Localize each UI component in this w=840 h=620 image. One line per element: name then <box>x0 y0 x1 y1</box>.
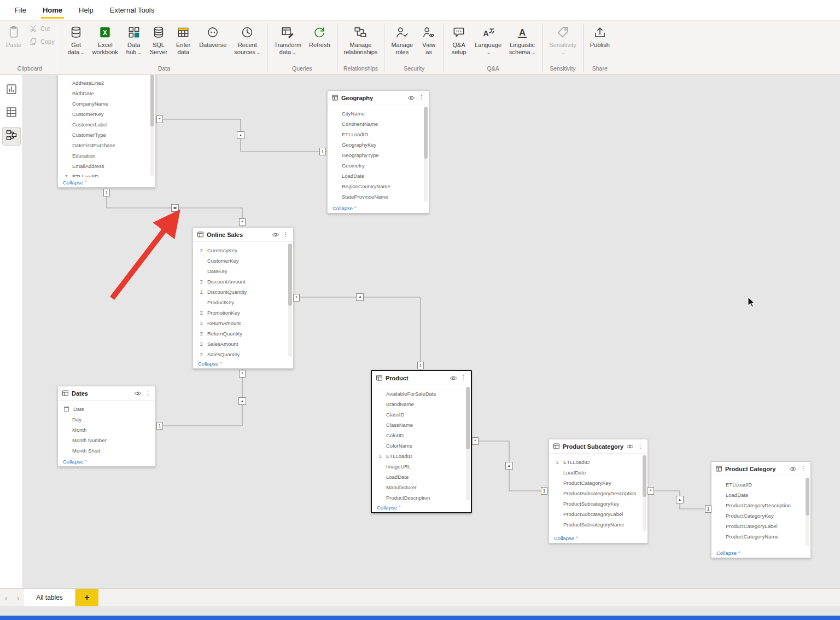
ribbon-button-dataverse[interactable]: Dataverse <box>195 22 230 50</box>
ribbon-button-sensitivity[interactable]: Sensitivity⌄ <box>545 22 580 57</box>
field-row[interactable]: Day <box>58 414 155 425</box>
table-card-customer[interactable]: Customer⋮AddressLine1AddressLine2BirthDa… <box>57 75 156 188</box>
table-header[interactable]: Dates⋮ <box>58 386 155 401</box>
field-row[interactable]: DateKey <box>193 266 293 276</box>
ribbon-button-excel-workbook[interactable]: XExcelworkbook <box>89 22 122 57</box>
ribbon-button-manage-relationships[interactable]: Managerelationships <box>340 22 382 57</box>
field-row[interactable]: ETLLoadID <box>328 129 429 140</box>
eye-icon[interactable] <box>450 374 457 382</box>
prev-page-icon[interactable]: ‹ <box>0 589 12 606</box>
field-row[interactable]: ProductCategoryLabel <box>711 521 810 531</box>
more-options-icon[interactable]: ⋮ <box>282 231 289 237</box>
table-card-dates[interactable]: Dates⋮DateDayMonthMonth NumberMonth Shor… <box>57 386 156 467</box>
field-row[interactable]: CustomerType <box>58 130 155 140</box>
new-page-tab-button[interactable]: + <box>75 589 98 606</box>
field-row[interactable]: CustomerLabel <box>58 119 155 130</box>
eye-icon[interactable] <box>134 390 142 397</box>
field-row[interactable]: Manufacturer <box>372 482 471 492</box>
ribbon-button-manage-roles[interactable]: Manageroles <box>387 22 417 57</box>
field-row[interactable]: LoadDate <box>711 490 810 500</box>
field-row[interactable]: AvailableForSaleDate <box>372 389 471 399</box>
ribbon-button-paste[interactable]: Paste <box>2 22 26 50</box>
ribbon-button-enter-data[interactable]: Enterdata <box>171 22 195 57</box>
more-options-icon[interactable]: ⋮ <box>418 95 425 101</box>
ribbon-button-data-hub[interactable]: Datahub⌄ <box>122 22 146 57</box>
table-scrollbar[interactable] <box>288 244 292 357</box>
field-row[interactable]: Month Number <box>58 435 155 445</box>
field-row[interactable]: Geometry <box>328 160 429 171</box>
field-row[interactable]: ΣSalesAmount <box>193 339 293 349</box>
field-row[interactable]: GeographyType <box>328 150 429 160</box>
field-row[interactable]: ProductCategoryKey <box>711 511 810 521</box>
field-row[interactable]: ΣReturnAmount <box>193 318 293 328</box>
report-view-button[interactable] <box>3 82 20 99</box>
field-row[interactable]: ClassID <box>372 409 471 420</box>
ribbon-button-get-data[interactable]: Getdata⌄ <box>64 22 89 57</box>
menu-item-home[interactable]: Home <box>34 0 71 20</box>
field-row[interactable]: ProductDescription <box>372 492 471 502</box>
field-row[interactable]: ΣSalesQuantity <box>193 349 293 358</box>
field-row[interactable]: ETLLoadID <box>711 479 810 490</box>
next-page-icon[interactable]: › <box>12 589 24 606</box>
eye-icon[interactable] <box>626 443 634 450</box>
table-header[interactable]: Product Subcategory⋮ <box>549 439 648 454</box>
table-header[interactable]: Product⋮ <box>372 371 471 385</box>
field-row[interactable]: Month <box>58 425 155 435</box>
table-scrollbar[interactable] <box>424 107 428 201</box>
field-row[interactable]: ProductCategoryDescription <box>711 500 810 511</box>
ribbon-button-copy[interactable]: Copy <box>26 35 58 48</box>
field-row[interactable]: CustomerKey <box>58 109 155 119</box>
field-row[interactable]: ImageURL <box>372 461 471 472</box>
ribbon-button-q&a-setup[interactable]: Q&Asetup <box>447 22 471 57</box>
field-row[interactable]: CityName <box>328 108 429 119</box>
collapse-link[interactable]: Collapse^ <box>63 179 87 186</box>
ribbon-button-recent-sources[interactable]: Recentsources⌄ <box>230 22 264 57</box>
more-options-icon[interactable]: ⋮ <box>800 466 807 472</box>
field-row[interactable]: LoadDate <box>328 171 429 181</box>
field-row[interactable]: ΣDiscountQuantity <box>193 287 293 297</box>
table-scrollbar[interactable] <box>643 455 646 531</box>
field-row[interactable]: ΣPromotionKey <box>193 308 293 318</box>
table-card-product-subcategory[interactable]: Product Subcategory⋮ΣETLLoadIDLoadDatePr… <box>549 439 648 543</box>
field-row[interactable]: ProductSubcategoryDescription <box>549 488 648 499</box>
table-scrollbar[interactable] <box>466 387 470 501</box>
ribbon-button-sql-server[interactable]: SQLServer <box>146 22 171 57</box>
field-row[interactable]: ΣReturnQuantity <box>193 328 293 339</box>
table-card-product-category[interactable]: Product Category⋮ETLLoadIDLoadDateProduc… <box>711 461 811 558</box>
model-diagram-canvas[interactable]: Customer⋮AddressLine1AddressLine2BirthDa… <box>23 75 840 588</box>
tab-all-tables[interactable]: All tables <box>24 589 75 606</box>
table-header[interactable]: Geography⋮ <box>328 91 429 105</box>
collapse-link[interactable]: Collapse^ <box>63 459 87 465</box>
field-row[interactable]: ClassName <box>372 420 471 430</box>
collapse-link[interactable]: Collapse^ <box>377 505 401 511</box>
field-row[interactable]: ProductSubcategoryName <box>549 519 648 530</box>
field-row[interactable]: LoadDate <box>372 472 471 482</box>
ribbon-button-view-as[interactable]: Viewas <box>417 22 441 57</box>
table-card-geography[interactable]: Geography⋮CityNameContinentNameETLLoadID… <box>327 90 429 213</box>
field-row[interactable]: ΣCurrencyKey <box>193 245 293 256</box>
field-row[interactable]: ColorID <box>372 430 471 441</box>
ribbon-button-publish[interactable]: Publish <box>586 22 614 50</box>
field-row[interactable]: ΣETLLoadID <box>549 457 648 467</box>
field-row[interactable]: Education <box>58 150 155 161</box>
eye-icon[interactable] <box>789 465 797 473</box>
collapse-link[interactable]: Collapse^ <box>198 361 222 367</box>
field-row[interactable]: Date <box>58 404 155 414</box>
field-row[interactable]: CompanyName <box>58 98 155 109</box>
field-row[interactable]: ProductSubcategoryKey <box>549 499 648 509</box>
ribbon-button-transform-data[interactable]: Transformdata⌄ <box>270 22 305 57</box>
field-row[interactable]: ΣETLLoadID <box>372 451 471 461</box>
field-row[interactable]: EmailAddress <box>58 161 155 171</box>
field-row[interactable]: StateProvinceName <box>328 192 429 202</box>
field-row[interactable]: AddressLine2 <box>58 78 155 88</box>
menu-item-external-tools[interactable]: External Tools <box>102 0 162 20</box>
table-scrollbar[interactable] <box>150 75 154 176</box>
table-header[interactable]: Online Sales⋮ <box>193 228 293 242</box>
collapse-link[interactable]: Collapse^ <box>716 550 740 556</box>
data-view-button[interactable] <box>3 105 20 122</box>
field-row[interactable]: Month Short <box>58 445 155 456</box>
field-row[interactable]: LoadDate <box>549 467 648 478</box>
field-row[interactable]: ContinentName <box>328 119 429 129</box>
table-card-product[interactable]: Product⋮AvailableForSaleDateBrandNameCla… <box>371 370 472 513</box>
ribbon-button-refresh[interactable]: Refresh <box>305 22 334 50</box>
